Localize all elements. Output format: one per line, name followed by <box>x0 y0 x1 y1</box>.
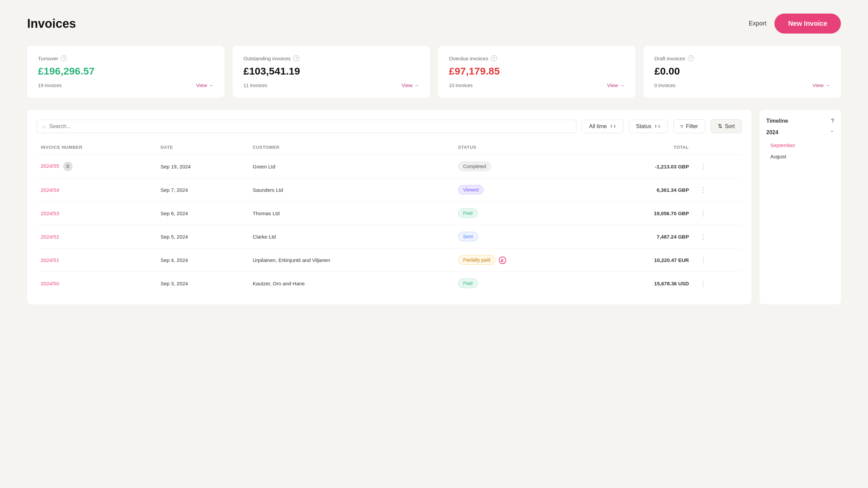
outstanding-value: £103,541.19 <box>243 65 419 77</box>
draft-view-link[interactable]: View → <box>813 82 830 88</box>
overdue-help-icon[interactable]: ? <box>491 55 497 61</box>
table-row: 2024/51 Sep 4, 2024 Urpilainen, Erkinjun… <box>37 248 742 272</box>
overdue-count: 10 invoices <box>449 83 473 88</box>
outstanding-count: 11 invoices <box>243 83 267 88</box>
table-row: 2024/53 Sep 6, 2024 Thomas Ltd Paid 19,0… <box>37 202 742 225</box>
outstanding-footer: 11 invoices View → <box>243 82 419 88</box>
page-header: Invoices Export New Invoice <box>27 14 841 34</box>
timeline-month[interactable]: September <box>766 140 834 151</box>
invoice-number-link[interactable]: 2024/50 <box>41 281 59 286</box>
turnover-footer: 19 invoices View → <box>38 82 214 88</box>
row-action-button[interactable]: ⋮ <box>697 278 709 289</box>
action-cell: ⋮ <box>693 272 742 295</box>
timeline-year: 2024 ⌃ <box>766 129 834 136</box>
row-action-button[interactable]: ⋮ <box>697 184 709 195</box>
row-action-button[interactable]: ⋮ <box>697 161 709 172</box>
total-cell: 19,056.70 GBP <box>589 202 693 225</box>
outstanding-label: Outstanding invoices ? <box>243 55 419 61</box>
invoice-number-link[interactable]: 2024/54 <box>41 187 59 193</box>
draft-help-icon[interactable]: ? <box>688 55 694 61</box>
status-cell: Paid <box>454 272 589 295</box>
action-cell: ⋮ <box>693 155 742 178</box>
col-invoice-number: INVOICE NUMBER <box>37 141 156 155</box>
header-actions: Export New Invoice <box>749 14 841 34</box>
filter-button[interactable]: ▿ Filter <box>673 119 705 133</box>
status-cell: Paid <box>454 202 589 225</box>
col-customer: CUSTOMER <box>249 141 454 155</box>
turnover-count: 19 invoices <box>38 83 62 88</box>
draft-label: Draft invoices ? <box>654 55 830 61</box>
toolbar: ⌕ All time ⬆⬇ Status ⬆⬇ ▿ Filter ⇅ So <box>37 119 742 133</box>
col-date: DATE <box>156 141 249 155</box>
timeline-months: SeptemberAugust <box>766 140 834 162</box>
invoice-num-cell: 2024/52 <box>37 225 156 248</box>
turnover-help-icon[interactable]: ? <box>61 55 67 61</box>
export-button[interactable]: Export <box>749 20 766 27</box>
status-cell: Completed <box>454 155 589 178</box>
customer-cell: Clarke Ltd <box>249 225 454 248</box>
overdue-value: £97,179.85 <box>449 65 625 77</box>
table-header-row: INVOICE NUMBER DATE CUSTOMER STATUS TOTA… <box>37 141 742 155</box>
invoice-table: INVOICE NUMBER DATE CUSTOMER STATUS TOTA… <box>37 141 742 295</box>
status-badge: Paid <box>458 279 478 288</box>
status-badge: Sent <box>458 232 478 241</box>
invoice-number-link[interactable]: 2024/53 <box>41 210 59 216</box>
invoice-number-link[interactable]: 2024/51 <box>41 257 59 263</box>
outstanding-help-icon[interactable]: ? <box>293 55 299 61</box>
search-box: ⌕ <box>37 120 576 133</box>
timeline-year-label: 2024 <box>766 129 778 136</box>
draft-value: £0.00 <box>654 65 830 77</box>
action-cell: ⋮ <box>693 202 742 225</box>
status-filter-arrow-icon: ⬆⬇ <box>654 124 661 129</box>
status-cell: Viewed <box>454 178 589 202</box>
total-cell: 7,487.24 GBP <box>589 225 693 248</box>
action-cell: ⋮ <box>693 178 742 202</box>
action-cell: ⋮ <box>693 225 742 248</box>
row-action-button[interactable]: ⋮ <box>697 208 709 219</box>
sort-icon: ⇅ <box>718 123 722 129</box>
col-status: STATUS <box>454 141 589 155</box>
filter-icon: ▿ <box>680 123 683 129</box>
overdue-label: Overdue invoices ? <box>449 55 625 61</box>
clock-icon: ◐ <box>499 257 506 264</box>
overdue-view-link[interactable]: View → <box>607 82 625 88</box>
sort-button[interactable]: ⇅ Sort <box>711 119 742 133</box>
invoice-num-cell: 2024/54 <box>37 178 156 202</box>
invoice-num-cell: 2024/51 <box>37 248 156 272</box>
draft-footer: 0 invoices View → <box>654 82 830 88</box>
customer-avatar: C <box>63 162 73 171</box>
time-filter-button[interactable]: All time ⬆⬇ <box>582 120 623 133</box>
invoice-number-link[interactable]: 2024/52 <box>41 234 59 240</box>
new-invoice-button[interactable]: New Invoice <box>774 14 841 34</box>
customer-cell: Kautzer, Orn and Hane <box>249 272 454 295</box>
table-row: 2024/55 C Sep 19, 2024 Green Ltd Complet… <box>37 155 742 178</box>
status-filter-button[interactable]: Status ⬆⬇ <box>629 120 668 133</box>
timeline-collapse-icon[interactable]: ⌃ <box>830 130 834 135</box>
status-badge: Paid <box>458 208 478 218</box>
invoice-num-cell: 2024/53 <box>37 202 156 225</box>
row-action-button[interactable]: ⋮ <box>697 231 709 242</box>
date-cell: Sep 6, 2024 <box>156 202 249 225</box>
total-cell: -1,213.03 GBP <box>589 155 693 178</box>
status-cell: Partially paid ◐ <box>454 248 589 272</box>
date-cell: Sep 7, 2024 <box>156 178 249 202</box>
customer-cell: Green Ltd <box>249 155 454 178</box>
timeline-month[interactable]: August <box>766 151 834 162</box>
status-badge: Partially paid <box>458 255 495 265</box>
table-row: 2024/52 Sep 5, 2024 Clarke Ltd Sent 7,48… <box>37 225 742 248</box>
status-cell: Sent <box>454 225 589 248</box>
table-row: 2024/50 Sep 3, 2024 Kautzer, Orn and Han… <box>37 272 742 295</box>
customer-cell: Saunders Ltd <box>249 178 454 202</box>
total-cell: 15,678.36 USD <box>589 272 693 295</box>
timeline-help-icon[interactable]: ? <box>831 118 834 124</box>
main-content: ⌕ All time ⬆⬇ Status ⬆⬇ ▿ Filter ⇅ So <box>27 110 841 304</box>
turnover-view-link[interactable]: View → <box>196 82 214 88</box>
status-badge: Completed <box>458 162 491 171</box>
invoice-number-link[interactable]: 2024/55 <box>41 163 59 169</box>
action-cell: ⋮ <box>693 248 742 272</box>
overdue-card: Overdue invoices ? £97,179.85 10 invoice… <box>438 46 635 98</box>
row-action-button[interactable]: ⋮ <box>697 255 709 265</box>
outstanding-view-link[interactable]: View → <box>402 82 419 88</box>
search-input[interactable] <box>49 123 571 129</box>
page-title: Invoices <box>27 17 76 31</box>
